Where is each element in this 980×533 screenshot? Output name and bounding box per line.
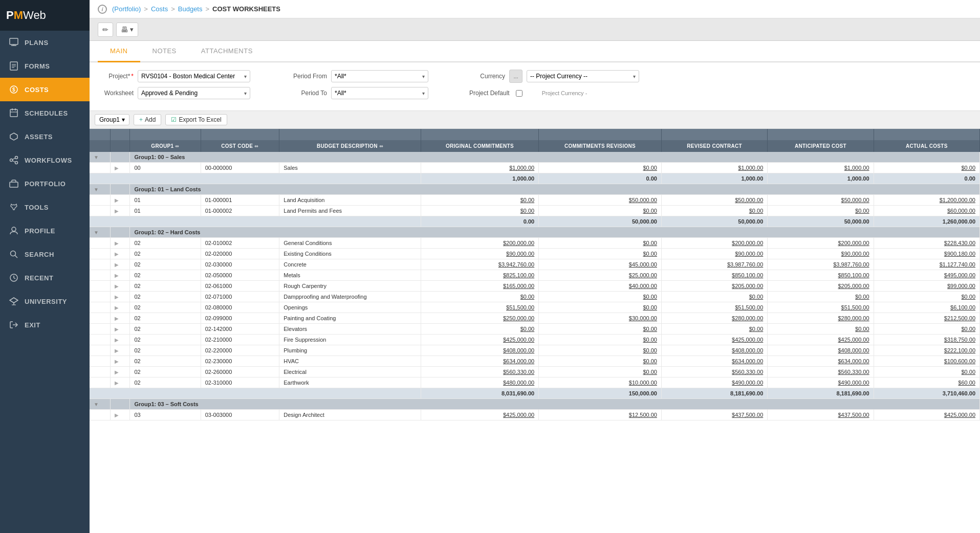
- row-anticipated[interactable]: $50,000.00: [768, 195, 874, 206]
- row-revised[interactable]: $0.00: [661, 206, 767, 216]
- row-actual[interactable]: $60,000.00: [874, 206, 979, 216]
- edit-button[interactable]: ✏: [98, 23, 113, 37]
- row-nav[interactable]: ▶: [111, 238, 130, 249]
- col-group1[interactable]: GROUP1 ⇔: [130, 140, 201, 152]
- row-revised[interactable]: $634,000.00: [661, 356, 767, 367]
- row-rev[interactable]: $0.00: [539, 335, 662, 345]
- worksheet-select[interactable]: Approved & Pending ▾: [138, 87, 250, 99]
- sidebar-item-assets[interactable]: ASSETS: [0, 125, 90, 148]
- col-costcode-resize[interactable]: ⇔: [254, 144, 258, 149]
- row-rev[interactable]: $0.00: [539, 238, 662, 249]
- row-anticipated[interactable]: $200,000.00: [768, 238, 874, 249]
- row-revised[interactable]: $50,000.00: [661, 195, 767, 206]
- row-orig[interactable]: $825,100.00: [421, 270, 538, 281]
- row-orig[interactable]: $0.00: [421, 324, 538, 335]
- row-rev[interactable]: $0.00: [539, 249, 662, 259]
- row-nav[interactable]: ▶: [111, 313, 130, 324]
- col-rev[interactable]: COMMITMENTS REVISIONS: [539, 140, 662, 152]
- table-row[interactable]: ▶ 02 02-080000 Openings $51,500.00 $0.00…: [90, 302, 980, 313]
- col-anticipated[interactable]: ANTICIPATED COST: [768, 140, 874, 152]
- row-actual[interactable]: $1,127,740.00: [874, 259, 979, 270]
- sidebar-item-workflows[interactable]: WORKFLOWS: [0, 148, 90, 172]
- print-button[interactable]: 🖶 ▾: [116, 23, 138, 37]
- row-anticipated[interactable]: $1,000.00: [768, 163, 874, 173]
- row-actual[interactable]: $222,100.00: [874, 345, 979, 356]
- row-rev[interactable]: $0.00: [539, 206, 662, 216]
- table-row[interactable]: ▶ 00 00-000000 Sales $1,000.00 $0.00 $1,…: [90, 163, 980, 173]
- row-rev[interactable]: $0.00: [539, 345, 662, 356]
- col-costcode[interactable]: COST CODE ⇔: [201, 140, 279, 152]
- row-actual[interactable]: $318,750.00: [874, 335, 979, 345]
- project-select[interactable]: RVS0104 - Boston Medical Center ▾: [138, 70, 250, 82]
- row-anticipated[interactable]: $0.00: [768, 206, 874, 216]
- table-row[interactable]: ▶ 03 03-003000 Design Architect $425,000…: [90, 410, 980, 420]
- table-row[interactable]: ▶ 02 02-220000 Plumbing $408,000.00 $0.0…: [90, 345, 980, 356]
- group-selector[interactable]: Group1 ▾: [95, 114, 129, 125]
- tab-notes[interactable]: NOTES: [140, 41, 189, 62]
- table-row[interactable]: ▶ 02 02-030000 Concrete $3,942,760.00 $4…: [90, 259, 980, 270]
- row-anticipated[interactable]: $560,330.00: [768, 367, 874, 377]
- sidebar-item-profile[interactable]: PROFILE: [0, 219, 90, 242]
- row-nav[interactable]: ▶: [111, 195, 130, 206]
- row-actual[interactable]: $0.00: [874, 292, 979, 302]
- table-row[interactable]: ▶ 01 01-000002 Land Permits and Fees $0.…: [90, 206, 980, 216]
- row-actual[interactable]: $212,500.00: [874, 313, 979, 324]
- col-revised[interactable]: REVISED CONTRACT: [661, 140, 767, 152]
- row-anticipated[interactable]: $280,000.00: [768, 313, 874, 324]
- row-orig[interactable]: $480,000.00: [421, 377, 538, 388]
- row-rev[interactable]: $10,000.00: [539, 377, 662, 388]
- row-orig[interactable]: $0.00: [421, 195, 538, 206]
- row-actual[interactable]: $99,000.00: [874, 281, 979, 292]
- table-row[interactable]: ▶ 02 02-099000 Painting and Coating $250…: [90, 313, 980, 324]
- row-revised[interactable]: $90,000.00: [661, 249, 767, 259]
- row-nav[interactable]: ▶: [111, 324, 130, 335]
- row-actual[interactable]: $0.00: [874, 163, 979, 173]
- row-anticipated[interactable]: $850,100.00: [768, 270, 874, 281]
- row-revised[interactable]: $0.00: [661, 292, 767, 302]
- col-desc[interactable]: BUDGET DESCRIPTION ⇔: [279, 140, 421, 152]
- table-row[interactable]: ▶ 02 02-230000 HVAC $634,000.00 $0.00 $6…: [90, 356, 980, 367]
- add-button[interactable]: + Add: [134, 114, 161, 125]
- row-anticipated[interactable]: $51,500.00: [768, 302, 874, 313]
- row-nav[interactable]: ▶: [111, 410, 130, 420]
- row-orig[interactable]: $560,330.00: [421, 367, 538, 377]
- row-rev[interactable]: $0.00: [539, 302, 662, 313]
- row-nav[interactable]: ▶: [111, 345, 130, 356]
- row-revised[interactable]: $560,330.00: [661, 367, 767, 377]
- row-nav[interactable]: ▶: [111, 259, 130, 270]
- row-anticipated[interactable]: $90,000.00: [768, 249, 874, 259]
- row-anticipated[interactable]: $3,987,760.00: [768, 259, 874, 270]
- row-orig[interactable]: $425,000.00: [421, 335, 538, 345]
- info-icon[interactable]: i: [98, 5, 107, 14]
- row-revised[interactable]: $490,000.00: [661, 377, 767, 388]
- row-rev[interactable]: $0.00: [539, 367, 662, 377]
- row-orig[interactable]: $1,000.00: [421, 163, 538, 173]
- table-row[interactable]: ▶ 01 01-000001 Land Acquisition $0.00 $5…: [90, 195, 980, 206]
- row-rev[interactable]: $50,000.00: [539, 195, 662, 206]
- row-revised[interactable]: $3,987,760.00: [661, 259, 767, 270]
- row-nav[interactable]: ▶: [111, 356, 130, 367]
- table-row[interactable]: ▶ 02 02-050000 Metals $825,100.00 $25,00…: [90, 270, 980, 281]
- breadcrumb-costs[interactable]: Costs: [151, 5, 168, 13]
- row-orig[interactable]: $0.00: [421, 206, 538, 216]
- row-orig[interactable]: $3,942,760.00: [421, 259, 538, 270]
- row-orig[interactable]: $165,000.00: [421, 281, 538, 292]
- row-actual[interactable]: $495,000.00: [874, 270, 979, 281]
- sidebar-item-portfolio[interactable]: PORTFOLIO: [0, 172, 90, 195]
- row-nav[interactable]: ▶: [111, 335, 130, 345]
- sidebar-item-tools[interactable]: TOOLS: [0, 195, 90, 219]
- row-revised[interactable]: $200,000.00: [661, 238, 767, 249]
- sidebar-item-forms[interactable]: FORMS: [0, 54, 90, 78]
- row-rev[interactable]: $12,500.00: [539, 410, 662, 420]
- table-row[interactable]: ▶ 02 02-310000 Earthwork $480,000.00 $10…: [90, 377, 980, 388]
- row-anticipated[interactable]: $205,000.00: [768, 281, 874, 292]
- row-revised[interactable]: $0.00: [661, 324, 767, 335]
- table-row[interactable]: ▶ 02 02-010002 General Conditions $200,0…: [90, 238, 980, 249]
- export-button[interactable]: ☑ Export To Excel: [165, 114, 227, 125]
- row-rev[interactable]: $0.00: [539, 356, 662, 367]
- row-revised[interactable]: $51,500.00: [661, 302, 767, 313]
- col-orig[interactable]: ORIGINAL COMMITMENTS: [421, 140, 538, 152]
- row-revised[interactable]: $437,500.00: [661, 410, 767, 420]
- table-row[interactable]: ▶ 02 02-020000 Existing Conditions $90,0…: [90, 249, 980, 259]
- row-actual[interactable]: $100,600.00: [874, 356, 979, 367]
